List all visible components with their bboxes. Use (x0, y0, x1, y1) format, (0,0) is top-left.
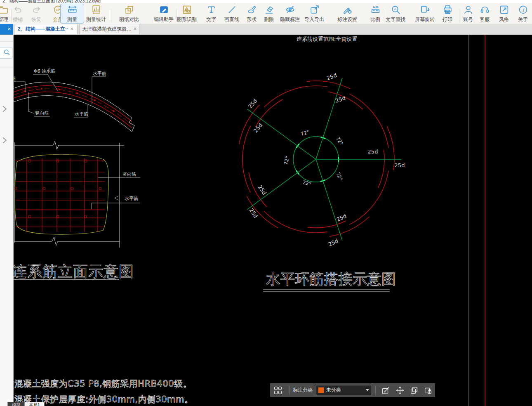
chevron-right-icon[interactable] (2, 137, 7, 144)
svg-text:25d: 25d (257, 184, 268, 196)
toolbar-divider (289, 386, 290, 395)
svg-text:A:B: A:B (372, 5, 378, 9)
toolbar-divider (375, 386, 376, 395)
chevron-right-icon[interactable] (2, 105, 7, 113)
line-icon (227, 5, 237, 15)
mesh-lines (16, 158, 105, 232)
concrete-note-1: 混凝土强度为C35 P8,钢筋采用HRB400级。 (14, 379, 192, 389)
toolbar-shape-recognition[interactable]: 图形识别 (175, 4, 198, 23)
toolbar-delete[interactable]: 删除 (257, 4, 280, 23)
svg-text:72°: 72° (283, 156, 291, 165)
toolbar-drawing-compare[interactable]: 图纸对比 (118, 4, 141, 23)
panel-tab-active[interactable]: × (0, 24, 13, 35)
toolbar-import-export[interactable]: 导入导出 (303, 4, 326, 23)
annotation-toolbar: 标注分类 未分类 (270, 383, 435, 397)
search-icon (3, 49, 11, 56)
tab-structure-concrete[interactable]: 2、结构——混凝土立--× (15, 24, 78, 34)
svg-text:72°: 72° (300, 129, 310, 137)
annotation-settings-icon (342, 5, 353, 15)
eye-slash-icon (285, 5, 295, 15)
category-dropdown[interactable]: 未分类 (316, 385, 372, 395)
category-value: 未分类 (326, 387, 366, 394)
window-titlebar: 2、结构——混凝土立面图 (20万吨) 2023.12.dwg (0, 0, 532, 3)
sidebar-divider (0, 68, 13, 68)
tab-close-icon[interactable]: × (71, 26, 73, 32)
shapes-icon (247, 5, 257, 15)
edit-annotation-button[interactable] (381, 386, 391, 395)
sheet-tab-model[interactable]: 模型 (7, 402, 25, 406)
lap-splice-diagram: 25d 25d 25d 25d 25d 25d 25d 25d 25d 25d … (238, 72, 405, 247)
range-note: 连系筋设置范围:全筒设置 (297, 36, 357, 42)
toolbar-divider (459, 9, 459, 22)
toolbar-screen-rotate[interactable]: 屏幕旋转 (413, 4, 436, 23)
edit-assistant-icon (159, 5, 169, 15)
move-icon (395, 386, 405, 395)
svg-text:25d: 25d (326, 72, 337, 81)
lap-splice-title: 水平环筋搭接示意图 (266, 271, 396, 287)
move-annotation-button[interactable] (395, 386, 405, 395)
print-icon (443, 5, 453, 15)
svg-text:72°: 72° (335, 136, 344, 146)
main-toolbar: 管理 撤销 恢复 VIP 会员 测量 测量统计 图纸对比 编辑助手 图形识别 文… (0, 3, 532, 24)
undo-icon (13, 5, 23, 15)
copy-annotation-button[interactable] (410, 386, 419, 395)
measure-stats-icon (91, 5, 101, 15)
category-grid-icon[interactable] (274, 387, 282, 394)
toolbar-divider (11, 9, 12, 22)
import-export-icon (309, 5, 320, 15)
svg-text:25d: 25d (248, 207, 259, 219)
text-icon (206, 5, 217, 15)
toolbar-measure[interactable]: 测量 (60, 4, 84, 24)
toolbar-measure-stats[interactable]: 测量统计 (85, 4, 108, 23)
toolbar-divider (177, 9, 177, 22)
horizontal-bar-label: 水平筋 (75, 111, 88, 117)
elevation-diagram: Φ6 连系筋 水平筋 筋 竖向筋 水平筋 (14, 68, 134, 132)
elevation-title: 连系筋立面示意图 (14, 263, 134, 280)
horizontal-bar-label: 水平筋 (125, 196, 138, 201)
sheet-tab-layout[interactable]: 布局1 (25, 402, 45, 406)
tab-tianjin-silo[interactable]: 天津临港简仓建筑最…× (79, 24, 139, 34)
toolbar-divider (383, 9, 383, 22)
toolbar-text[interactable]: 文字 (200, 4, 223, 23)
tab-label: 天津临港简仓建筑最… (82, 26, 132, 32)
svg-text:A: A (394, 7, 396, 11)
info-icon: i (518, 5, 528, 15)
chevron-down-icon (366, 389, 369, 391)
toolbar-print[interactable]: 打印 (436, 4, 459, 23)
horizontal-bar-label: 水平筋 (93, 71, 106, 76)
toolbar-hide-annotations[interactable]: 隐藏标注 (278, 4, 301, 23)
ruler-icon (67, 5, 78, 15)
sidebar-divider (0, 41, 13, 42)
toolbar-annotation-settings[interactable]: 标注设置 (336, 4, 359, 23)
tie-bar-label: Φ6 连系筋 (34, 68, 55, 74)
style-icon (499, 5, 509, 15)
panel-tab-close-icon[interactable]: × (7, 26, 11, 32)
copy-icon (410, 386, 419, 395)
search-input[interactable] (0, 47, 12, 59)
svg-text:VIP: VIP (56, 8, 60, 11)
vertical-bar-label: 竖向筋 (122, 172, 136, 177)
angle-labels: 72° 72° 72° 72° 72° (283, 129, 344, 187)
cad-drawing: 连系筋设置范围:全筒设置 Φ6 连系筋 水平筋 筋 竖向筋 水平筋 (14, 35, 532, 406)
category-label: 标注分类 (293, 387, 313, 394)
toolbar-text-search[interactable]: A 文字查找 (384, 4, 407, 23)
toolbar-redo[interactable]: 恢复 (25, 4, 48, 23)
toolbar-divider (111, 9, 111, 22)
eraser-icon (264, 5, 274, 15)
svg-text:72°: 72° (335, 171, 344, 182)
tab-close-icon[interactable]: × (134, 26, 137, 32)
tab-label: 2、结构——混凝土立-- (18, 26, 68, 32)
toolbar-about[interactable]: i 关于 (511, 4, 532, 23)
svg-text:i: i (522, 7, 524, 13)
lap-length-labels: 25d 25d 25d 25d 25d 25d 25d 25d 25d 25d (247, 72, 405, 247)
drawing-canvas[interactable]: 连系筋设置范围:全筒设置 Φ6 连系筋 水平筋 筋 竖向筋 水平筋 (14, 35, 532, 406)
headset-icon (480, 5, 490, 15)
paste-annotation-button[interactable] (424, 386, 433, 395)
toolbar-edit-assistant[interactable]: 编辑助手 (152, 4, 175, 23)
window-title: 2、结构——混凝土立面图 (20万吨) 2023.12.dwg (2, 0, 532, 3)
sidebar (0, 35, 14, 406)
screen-rotate-icon (420, 5, 430, 15)
text-search-icon: A (391, 5, 401, 15)
clipped-bar-label: 筋 (14, 76, 16, 81)
toolbar-scale[interactable]: A:B 比例 (364, 4, 387, 23)
